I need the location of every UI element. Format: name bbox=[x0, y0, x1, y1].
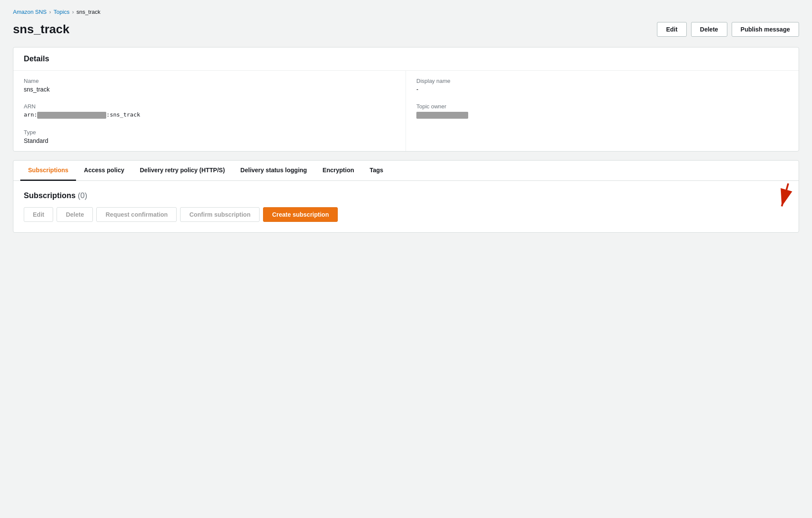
subscriptions-edit-button[interactable]: Edit bbox=[24, 207, 53, 222]
page-header: sns_track Edit Delete Publish message bbox=[13, 22, 799, 37]
delete-button[interactable]: Delete bbox=[691, 22, 727, 37]
breadcrumb: Amazon SNS › Topics › sns_track bbox=[13, 9, 799, 15]
tabs-nav: Subscriptions Access policy Delivery ret… bbox=[13, 161, 799, 181]
tabs-content: Subscriptions (0) Edit Delete Request co… bbox=[13, 181, 799, 232]
detail-topic-owner-label: Topic owner bbox=[416, 103, 788, 110]
details-left-col: Name sns_track ARN arn::sns_track Type S… bbox=[13, 71, 406, 151]
breadcrumb-topics-link[interactable]: Topics bbox=[54, 9, 70, 15]
detail-display-name-value: - bbox=[416, 86, 788, 93]
tab-access-policy[interactable]: Access policy bbox=[76, 161, 132, 181]
breadcrumb-separator-2: › bbox=[72, 9, 74, 15]
tabs-container: Subscriptions Access policy Delivery ret… bbox=[13, 160, 799, 233]
details-card-header: Details bbox=[13, 47, 799, 71]
publish-message-button[interactable]: Publish message bbox=[732, 22, 799, 37]
arn-suffix: :sns_track bbox=[106, 111, 140, 118]
tab-delivery-status-logging[interactable]: Delivery status logging bbox=[233, 161, 315, 181]
breadcrumb-current: sns_track bbox=[76, 9, 101, 15]
request-confirmation-button[interactable]: Request confirmation bbox=[96, 207, 177, 222]
breadcrumb-sns-link[interactable]: Amazon SNS bbox=[13, 9, 47, 15]
edit-button[interactable]: Edit bbox=[657, 22, 686, 37]
detail-name-label: Name bbox=[24, 78, 395, 84]
detail-type: Type Standard bbox=[24, 129, 395, 144]
breadcrumb-separator-1: › bbox=[49, 9, 51, 15]
tab-subscriptions[interactable]: Subscriptions bbox=[20, 161, 76, 181]
detail-arn: ARN arn::sns_track bbox=[24, 103, 395, 119]
details-card: Details Name sns_track ARN arn::sns_trac… bbox=[13, 47, 799, 152]
subscriptions-section-header: Subscriptions (0) bbox=[24, 191, 788, 200]
confirm-subscription-button[interactable]: Confirm subscription bbox=[180, 207, 260, 222]
subscriptions-delete-button[interactable]: Delete bbox=[57, 207, 93, 222]
subscriptions-count: (0) bbox=[78, 191, 87, 200]
arn-prefix: arn: bbox=[24, 111, 37, 118]
tab-delivery-retry-policy[interactable]: Delivery retry policy (HTTP/S) bbox=[132, 161, 233, 181]
detail-type-value: Standard bbox=[24, 137, 395, 144]
details-heading: Details bbox=[24, 54, 788, 63]
create-subscription-button[interactable]: Create subscription bbox=[263, 207, 338, 222]
tab-encryption[interactable]: Encryption bbox=[315, 161, 362, 181]
detail-topic-owner: Topic owner bbox=[416, 103, 788, 119]
detail-arn-value: arn::sns_track bbox=[24, 111, 395, 119]
tab-tags[interactable]: Tags bbox=[362, 161, 391, 181]
arn-redacted bbox=[37, 112, 106, 119]
detail-name-value: sns_track bbox=[24, 86, 395, 93]
detail-arn-label: ARN bbox=[24, 103, 395, 110]
owner-redacted bbox=[416, 112, 468, 119]
detail-name: Name sns_track bbox=[24, 78, 395, 93]
detail-display-name: Display name - bbox=[416, 78, 788, 93]
details-right-col: Display name - Topic owner bbox=[406, 71, 799, 151]
header-buttons: Edit Delete Publish message bbox=[657, 22, 799, 37]
subscription-actions: Edit Delete Request confirmation Confirm… bbox=[24, 207, 788, 222]
subscriptions-title: Subscriptions (0) bbox=[24, 191, 87, 200]
detail-display-name-label: Display name bbox=[416, 78, 788, 84]
page-title: sns_track bbox=[13, 22, 70, 36]
detail-type-label: Type bbox=[24, 129, 395, 136]
detail-topic-owner-value bbox=[416, 111, 788, 119]
details-grid: Name sns_track ARN arn::sns_track Type S… bbox=[13, 71, 799, 151]
